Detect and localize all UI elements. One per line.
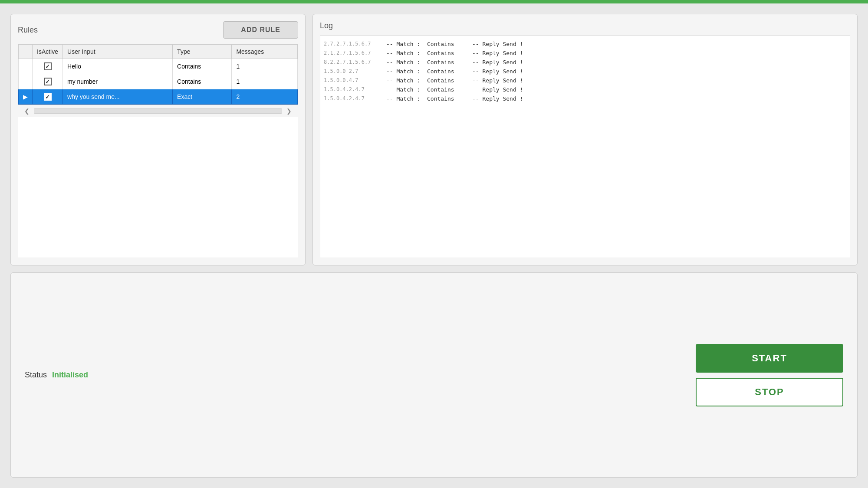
- status-label: Status: [25, 370, 47, 380]
- scroll-track[interactable]: [34, 108, 282, 114]
- log-timestamp: 1.5.0.0 2.7: [324, 68, 385, 75]
- row-checkbox-cell[interactable]: [33, 89, 63, 105]
- log-panel: Log 2.7.2.7.1.5.6.7-- Match :Contains-- …: [312, 14, 858, 265]
- bottom-section: Status Initialised START STOP: [10, 272, 858, 478]
- log-match: -- Match :: [386, 41, 425, 47]
- log-type: Contains: [427, 95, 470, 102]
- log-match: -- Match :: [386, 77, 425, 84]
- log-entry: 2.1.2.7.1.5.6.7-- Match :Contains-- Repl…: [324, 49, 846, 58]
- log-type: Contains: [427, 50, 470, 56]
- log-type: Contains: [427, 77, 470, 84]
- table-row[interactable]: HelloContains1: [19, 59, 298, 74]
- table-row[interactable]: ▶why you send me...Exact2: [19, 89, 298, 105]
- log-content: 2.7.2.7.1.5.6.7-- Match :Contains-- Repl…: [320, 36, 850, 258]
- col-userinput: User Input: [63, 45, 173, 59]
- col-arrow: [19, 45, 33, 59]
- start-button[interactable]: START: [696, 344, 843, 373]
- log-reply: -- Reply Send !: [472, 95, 523, 102]
- rules-header: Rules ADD RULE: [18, 21, 298, 39]
- row-checkbox[interactable]: [44, 62, 52, 70]
- row-checkbox-cell[interactable]: [33, 59, 63, 74]
- row-type: Exact: [173, 89, 232, 105]
- row-messages: 1: [232, 59, 298, 74]
- log-type: Contains: [427, 59, 470, 66]
- rules-table-container: IsActive User Input Type Messages HelloC…: [18, 44, 298, 258]
- log-entry: 1.5.0.0 2.7-- Match :Contains-- Reply Se…: [324, 67, 846, 76]
- row-checkbox-cell[interactable]: [33, 74, 63, 89]
- log-timestamp: 2.7.2.7.1.5.6.7: [324, 41, 385, 47]
- top-section: Rules ADD RULE IsActive User Input Type …: [10, 14, 858, 265]
- row-user-input: my number: [63, 74, 173, 89]
- log-entry: 8.2.2.7.1.5.6.7-- Match :Contains-- Repl…: [324, 58, 846, 67]
- rules-title: Rules: [18, 26, 38, 35]
- add-rule-button[interactable]: ADD RULE: [223, 21, 298, 39]
- log-type: Contains: [427, 41, 470, 47]
- buttons-area: START STOP: [696, 344, 843, 406]
- table-row[interactable]: my numberContains1: [19, 74, 298, 89]
- log-match: -- Match :: [386, 59, 425, 66]
- log-match: -- Match :: [386, 50, 425, 56]
- log-timestamp: 1.5.0.0.4.7: [324, 77, 385, 84]
- table-header-row: IsActive User Input Type Messages: [19, 45, 298, 59]
- row-messages: 1: [232, 74, 298, 89]
- status-value: Initialised: [52, 370, 88, 380]
- row-type: Contains: [173, 74, 232, 89]
- log-type: Contains: [427, 86, 470, 93]
- log-entry: 1.5.0.4.2.4.7-- Match :Contains-- Reply …: [324, 94, 846, 103]
- log-match: -- Match :: [386, 86, 425, 93]
- row-checkbox[interactable]: [44, 93, 52, 101]
- log-reply: -- Reply Send !: [472, 86, 523, 93]
- col-isactive: IsActive: [33, 45, 63, 59]
- log-title: Log: [320, 21, 850, 30]
- log-match: -- Match :: [386, 95, 425, 102]
- row-arrow: [19, 59, 33, 74]
- row-user-input: why you send me...: [63, 89, 173, 105]
- top-bar: [0, 0, 868, 3]
- rules-tbody: HelloContains1my numberContains1▶why you…: [19, 59, 298, 105]
- status-area: Status Initialised: [25, 370, 88, 380]
- log-timestamp: 1.5.0.4.2.4.7: [324, 86, 385, 93]
- row-arrow: ▶: [19, 89, 33, 105]
- log-timestamp: 8.2.2.7.1.5.6.7: [324, 59, 385, 66]
- row-arrow: [19, 74, 33, 89]
- col-messages: Messages: [232, 45, 298, 59]
- col-type: Type: [173, 45, 232, 59]
- log-reply: -- Reply Send !: [472, 50, 523, 56]
- log-reply: -- Reply Send !: [472, 59, 523, 66]
- log-entry: 1.5.0.0.4.7-- Match :Contains-- Reply Se…: [324, 76, 846, 85]
- scroll-right-arrow[interactable]: ❯: [284, 107, 294, 115]
- scroll-left-arrow[interactable]: ❮: [22, 107, 32, 115]
- rules-panel: Rules ADD RULE IsActive User Input Type …: [10, 14, 306, 265]
- row-messages: 2: [232, 89, 298, 105]
- log-entry: 2.7.2.7.1.5.6.7-- Match :Contains-- Repl…: [324, 39, 846, 49]
- log-reply: -- Reply Send !: [472, 68, 523, 75]
- row-user-input: Hello: [63, 59, 173, 74]
- log-timestamp: 2.1.2.7.1.5.6.7: [324, 50, 385, 56]
- log-type: Contains: [427, 68, 470, 75]
- log-reply: -- Reply Send !: [472, 41, 523, 47]
- log-entry: 1.5.0.4.2.4.7-- Match :Contains-- Reply …: [324, 85, 846, 94]
- log-timestamp: 1.5.0.4.2.4.7: [324, 95, 385, 102]
- row-checkbox[interactable]: [44, 78, 52, 85]
- log-match: -- Match :: [386, 68, 425, 75]
- rules-table: IsActive User Input Type Messages HelloC…: [18, 44, 298, 105]
- row-type: Contains: [173, 59, 232, 74]
- stop-button[interactable]: STOP: [696, 378, 843, 406]
- table-scrollbar: ❮ ❯: [18, 105, 298, 117]
- log-reply: -- Reply Send !: [472, 77, 523, 84]
- main-content: Rules ADD RULE IsActive User Input Type …: [0, 3, 868, 488]
